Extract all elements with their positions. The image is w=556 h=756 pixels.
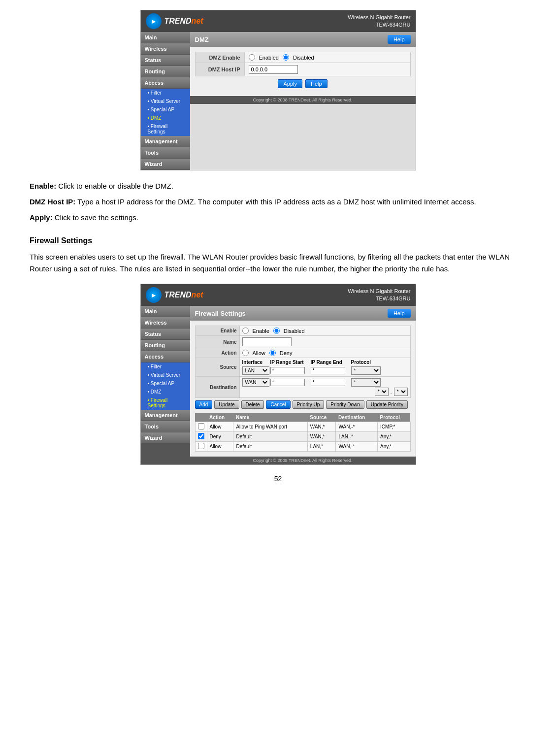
nav-main-1[interactable]: Main bbox=[141, 32, 190, 43]
fw-deny-radio[interactable] bbox=[269, 350, 276, 356]
fw-row3-source: LAN,* bbox=[307, 442, 336, 452]
fw-action-label: Action bbox=[195, 348, 239, 358]
nav-specialap-1[interactable]: • Special AP bbox=[141, 105, 190, 114]
dmz-body-text: Enable: Click to enable or disable the D… bbox=[30, 178, 526, 231]
fw-name-input[interactable] bbox=[242, 337, 292, 346]
fw-row1-check[interactable] bbox=[198, 423, 204, 429]
fw-col-destination: Destination bbox=[336, 413, 378, 422]
fw-destination-cell: WAN LAN * TCP UDP ICMP bbox=[239, 377, 410, 398]
help-button-2[interactable]: Help bbox=[388, 309, 411, 318]
fw-dest-protocol-select-1[interactable]: * TCP UDP ICMP bbox=[351, 378, 381, 387]
help-button-content-1[interactable]: Help bbox=[305, 79, 327, 88]
fw-action-row: Action Allow Deny bbox=[195, 348, 410, 358]
fw-row2-checkbox bbox=[195, 432, 207, 442]
fw-dest-protocol-select-3[interactable]: * bbox=[394, 388, 408, 396]
router-model-1: Wireless N Gigabit Router TEW-634GRU bbox=[348, 14, 410, 29]
router-content-1: DMZ Help DMZ Enable Enabled bbox=[190, 32, 416, 170]
nav-wireless-2[interactable]: Wireless bbox=[141, 317, 190, 328]
nav-status-2[interactable]: Status bbox=[141, 329, 190, 339]
page-number: 52 bbox=[30, 475, 526, 483]
fw-row2-protocol: Any,* bbox=[378, 432, 410, 442]
nav-routing-2[interactable]: Routing bbox=[141, 340, 190, 351]
table-row: Allow Default LAN,* WAN,-* Any,* bbox=[195, 442, 410, 452]
fw-enable-label: Enable bbox=[195, 326, 239, 336]
fw-col-source: Source bbox=[307, 413, 336, 422]
nav-wizard-1[interactable]: Wizard bbox=[141, 159, 190, 169]
nav-access-2[interactable]: Access bbox=[141, 351, 190, 362]
nav-tools-2[interactable]: Tools bbox=[141, 421, 190, 432]
fw-source-ip-start[interactable] bbox=[270, 367, 305, 374]
fw-enable-radio[interactable] bbox=[242, 328, 249, 334]
firewall-form-table: Enable Enable Disabled bbox=[195, 326, 411, 398]
fw-rules-header-row: Action Name Source Destination Protocol bbox=[195, 413, 410, 422]
fw-enable-row: Enable Enable Disabled bbox=[195, 326, 410, 336]
logo-text-1: TRENDnet bbox=[164, 17, 203, 26]
router-nav-1: Main Wireless Status Routing Access • Fi… bbox=[141, 32, 190, 170]
fw-source-protocol-select[interactable]: * TCP UDP ICMP bbox=[351, 366, 381, 375]
nav-wizard-2[interactable]: Wizard bbox=[141, 432, 190, 443]
fw-col-protocol: Protocol bbox=[378, 413, 410, 422]
nav-firewallsettings-2[interactable]: • Firewall Settings bbox=[141, 396, 190, 410]
apply-description: Click to save the settings. bbox=[55, 213, 138, 222]
apply-button-1[interactable]: Apply bbox=[278, 79, 302, 88]
enable-description: Click to enable or disable the DMZ. bbox=[58, 182, 173, 190]
help-button-1[interactable]: Help bbox=[388, 35, 411, 44]
nav-management-2[interactable]: Management bbox=[141, 410, 190, 421]
router-model-2: Wireless N Gigabit Router TEW-634GRU bbox=[348, 288, 410, 303]
nav-wireless-1[interactable]: Wireless bbox=[141, 43, 190, 54]
nav-filter-1[interactable]: • Filter bbox=[141, 89, 190, 97]
fw-add-button[interactable]: Add bbox=[195, 400, 213, 409]
fw-row2-destination: LAN,-* bbox=[336, 432, 378, 442]
nav-virtualserver-2[interactable]: • Virtual Server bbox=[141, 371, 190, 379]
fw-allow-radio[interactable] bbox=[242, 350, 249, 356]
fw-update-button[interactable]: Update bbox=[214, 400, 239, 409]
nav-specialap-2[interactable]: • Special AP bbox=[141, 379, 190, 388]
fw-row3-check[interactable] bbox=[198, 443, 204, 449]
fw-enable-options: Enable Disabled bbox=[239, 326, 410, 336]
fw-row2-check[interactable] bbox=[198, 433, 204, 439]
fw-cancel-button[interactable]: Cancel bbox=[266, 400, 290, 409]
fw-priority-up-button[interactable]: Priority Up bbox=[293, 400, 325, 409]
nav-dmz-2[interactable]: • DMZ bbox=[141, 388, 190, 396]
fw-dest-ip-end[interactable] bbox=[311, 379, 345, 386]
fw-source-ip-end[interactable] bbox=[311, 367, 345, 374]
fw-update-priority-button[interactable]: Update Priority bbox=[366, 400, 408, 409]
nav-main-2[interactable]: Main bbox=[141, 306, 190, 317]
fw-disabled-radio[interactable] bbox=[273, 328, 280, 334]
fw-dest-interface-select[interactable]: WAN LAN bbox=[242, 378, 269, 387]
nav-firewallsettings-1[interactable]: • Firewall Settings bbox=[141, 122, 190, 136]
fw-delete-button[interactable]: Delete bbox=[241, 400, 264, 409]
nav-status-1[interactable]: Status bbox=[141, 55, 190, 66]
content-title-bar-2: Firewall Settings Help bbox=[190, 306, 416, 321]
fw-name-cell bbox=[239, 336, 410, 348]
nav-access-1[interactable]: Access bbox=[141, 77, 190, 88]
fw-priority-down-button[interactable]: Priority Down bbox=[326, 400, 364, 409]
fw-source-interface-select[interactable]: LAN WAN bbox=[242, 366, 269, 375]
logo-text-2: TRENDnet bbox=[164, 291, 203, 299]
trendnet-logo-1: ▶ TRENDnet bbox=[146, 13, 203, 29]
trendnet-logo-icon-1: ▶ bbox=[146, 13, 162, 29]
dmz-enabled-radio[interactable] bbox=[249, 54, 255, 61]
nav-filter-2[interactable]: • Filter bbox=[141, 362, 190, 371]
fw-row1-protocol: ICMP,* bbox=[378, 422, 410, 432]
nav-routing-1[interactable]: Routing bbox=[141, 66, 190, 77]
dmz-hostip-input[interactable] bbox=[249, 65, 298, 74]
fw-col-checkbox bbox=[195, 413, 207, 422]
nav-virtualserver-1[interactable]: • Virtual Server bbox=[141, 97, 190, 105]
nav-dmz-1[interactable]: • DMZ bbox=[141, 114, 190, 122]
apply-paragraph: Apply: Click to save the settings. bbox=[30, 212, 526, 224]
dmz-enable-label: DMZ Enable bbox=[195, 52, 244, 63]
fw-row1-destination: WAN,-* bbox=[336, 422, 378, 432]
dmz-radio-group: Enabled Disabled bbox=[249, 54, 406, 61]
nav-management-1[interactable]: Management bbox=[141, 136, 190, 147]
dmz-disabled-radio[interactable] bbox=[283, 54, 289, 61]
fw-source-label: Source bbox=[195, 358, 239, 377]
fw-dest-protocol-select-2[interactable]: * bbox=[375, 388, 389, 396]
fw-dest-ip-start[interactable] bbox=[270, 379, 305, 386]
fw-row2-action: Deny bbox=[207, 432, 233, 442]
firewall-description: This screen enables users to set up the … bbox=[30, 249, 526, 279]
router-body-2: Main Wireless Status Routing Access • Fi… bbox=[141, 306, 416, 464]
nav-tools-1[interactable]: Tools bbox=[141, 147, 190, 158]
fw-rules-table: Action Name Source Destination Protocol bbox=[195, 413, 411, 452]
copyright-bar-2: Copyright © 2008 TRENDnet. All Rights Re… bbox=[190, 457, 416, 464]
